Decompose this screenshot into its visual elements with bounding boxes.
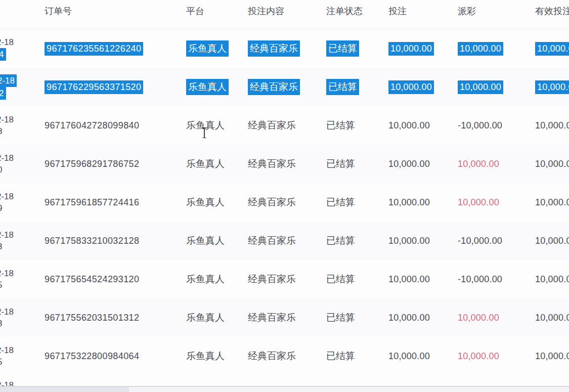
cell-datetime: 2-188 xyxy=(0,114,45,137)
column-header-order-no: 订单号 xyxy=(45,0,186,29)
time-text: 9 xyxy=(0,202,2,214)
bet-records-table: 订单号 平台 投注内容 注单状态 投注 派彩 有效投注 2-1849671762… xyxy=(0,0,569,392)
cell-payout-text: -10,000.00 xyxy=(458,120,502,130)
column-header-platform: 平台 xyxy=(186,0,248,29)
date-text: 2-18 xyxy=(0,74,17,87)
cell-bet-amount: 10,000.00 xyxy=(388,236,458,246)
cell-payout: 10,000.00 xyxy=(458,313,535,323)
cell-datetime: 2-185 xyxy=(0,344,45,368)
cell-valid-bet: 10,000.00 xyxy=(535,274,569,285)
cell-status: 已结算 xyxy=(326,196,388,209)
cell-order-no: 967175322800984064 xyxy=(45,351,186,362)
date-text: 2-18 xyxy=(0,114,14,125)
cell-payout: 10,000.00 xyxy=(458,197,535,208)
column-header-payout: 派彩 xyxy=(458,0,535,29)
cell-bet-amount: 10,000.00 xyxy=(388,197,458,208)
cell-bet-content: 经典百家乐 xyxy=(248,119,326,132)
cell-platform-text: 乐鱼真人 xyxy=(186,40,229,57)
cell-valid-bet-text: 10,000.00 xyxy=(535,274,569,284)
table-row[interactable]: 2-185967175654524293120乐鱼真人经典百家乐已结算10,00… xyxy=(0,260,569,298)
cell-order-no-text: 967175961857724416 xyxy=(45,197,139,207)
column-header-valid-bet: 有效投注 xyxy=(535,0,569,29)
cell-payout-text: 10,000.00 xyxy=(458,313,499,323)
cell-bet-amount: 10,000.00 xyxy=(388,120,458,131)
cell-datetime: 2-182 xyxy=(0,74,45,100)
table-row[interactable]: 2-188967176042728099840乐鱼真人经典百家乐已结算10,00… xyxy=(0,106,569,145)
cell-bet-content-text: 经典百家乐 xyxy=(248,351,296,361)
cell-valid-bet-text: 10,000.00 xyxy=(535,42,569,56)
scrollbar-thumb[interactable] xyxy=(0,387,129,392)
cell-order-no-text: 967175968291786752 xyxy=(45,159,139,169)
table-row[interactable]: 2-183967175562031501312乐鱼真人经典百家乐已结算10,00… xyxy=(0,298,569,337)
date-text: 2-18 xyxy=(0,268,14,279)
cell-datetime: 2-189 xyxy=(0,191,45,214)
cell-status: 已结算 xyxy=(326,234,388,247)
date-line: 2-18 xyxy=(0,152,45,164)
cell-platform-text: 乐鱼真人 xyxy=(186,235,225,246)
date-line: 2-18 xyxy=(0,229,45,241)
cell-platform: 乐鱼真人 xyxy=(186,196,248,209)
time-line: 3 xyxy=(0,241,45,252)
cell-bet-amount-text: 10,000.00 xyxy=(388,236,430,246)
cell-status-text: 已结算 xyxy=(326,312,355,323)
table-row[interactable]: 2-189967175961857724416乐鱼真人经典百家乐已结算10,00… xyxy=(0,183,569,222)
cell-bet-content: 经典百家乐 xyxy=(248,40,326,57)
cell-payout: 10,000.00 xyxy=(458,80,535,94)
table-row[interactable]: 2-183967175833210032128乐鱼真人经典百家乐已结算10,00… xyxy=(0,222,569,260)
cell-order-no-text: 967175833210032128 xyxy=(45,236,139,246)
cell-valid-bet: 10,000.00 xyxy=(535,313,569,323)
cell-order-no: 967175654524293120 xyxy=(45,274,186,285)
cell-status: 已结算 xyxy=(326,350,388,363)
cell-payout-text: 10,000.00 xyxy=(458,80,503,94)
table-row-partial[interactable]: 2-18 xyxy=(0,375,569,386)
cell-platform: 乐鱼真人 xyxy=(186,311,248,324)
time-line: 8 xyxy=(0,125,45,137)
cell-platform-text: 乐鱼真人 xyxy=(186,197,225,207)
cell-bet-content: 经典百家乐 xyxy=(248,273,326,286)
cell-bet-content: 经典百家乐 xyxy=(248,157,326,170)
cell-status: 已结算 xyxy=(326,157,388,170)
cell-bet-amount-text: 10,000.00 xyxy=(388,351,430,361)
cell-payout-text: 10,000.00 xyxy=(458,42,503,56)
table-row[interactable]: 2-185967175322800984064乐鱼真人经典百家乐已结算10,00… xyxy=(0,337,569,375)
cell-valid-bet-text: 10,000.00 xyxy=(535,351,569,361)
cell-bet-amount-text: 10,000.00 xyxy=(388,274,430,284)
cell-status: 已结算 xyxy=(326,311,388,324)
cell-bet-content: 经典百家乐 xyxy=(248,350,326,363)
cell-platform: 乐鱼真人 xyxy=(186,157,248,170)
cell-order-no: 967175968291786752 xyxy=(45,159,186,169)
date-text: 2-18 xyxy=(0,379,14,386)
cell-payout: -10,000.00 xyxy=(458,120,535,131)
cell-bet-content-text: 经典百家乐 xyxy=(248,235,296,246)
time-text: 5 xyxy=(0,356,2,368)
cell-order-no: 967176229563371520 xyxy=(45,80,186,94)
date-line: 2-18 xyxy=(0,344,45,356)
cell-valid-bet-text: 10,000.00 xyxy=(535,159,569,169)
cell-bet-content: 经典百家乐 xyxy=(248,311,326,324)
table-row[interactable]: 2-184967176235561226240乐鱼真人经典百家乐已结算10,00… xyxy=(0,29,569,68)
cell-bet-amount: 10,000.00 xyxy=(388,80,458,94)
table-row[interactable]: 2-182967176229563371520乐鱼真人经典百家乐已结算10,00… xyxy=(0,68,569,106)
cell-platform-text: 乐鱼真人 xyxy=(186,274,225,284)
date-line: 2-18 xyxy=(0,306,45,318)
cell-payout: -10,000.00 xyxy=(458,274,535,285)
cell-order-no: 967176235561226240 xyxy=(45,42,186,56)
cell-order-no-text: 967175562031501312 xyxy=(45,313,139,323)
cell-order-no-text: 967175322800984064 xyxy=(45,351,139,361)
cell-bet-content-text: 经典百家乐 xyxy=(248,274,296,284)
cell-valid-bet-text: 10,000.00 xyxy=(535,80,569,94)
time-line: 3 xyxy=(0,318,45,329)
cell-bet-amount: 10,000.00 xyxy=(388,159,458,169)
cell-order-no-text: 967176042728099840 xyxy=(45,120,139,130)
cell-platform: 乐鱼真人 xyxy=(186,119,248,132)
cell-valid-bet-text: 10,000.00 xyxy=(535,313,569,323)
cell-bet-content-text: 经典百家乐 xyxy=(248,40,300,57)
table-row[interactable]: 2-180967175968291786752乐鱼真人经典百家乐已结算10,00… xyxy=(0,145,569,183)
date-line: 2-18 xyxy=(0,268,45,279)
cell-valid-bet: 10,000.00 xyxy=(535,236,569,246)
time-line: 2 xyxy=(0,87,45,100)
cell-payout-text: 10,000.00 xyxy=(458,197,499,207)
cell-valid-bet: 10,000.00 xyxy=(535,42,569,56)
cell-bet-amount: 10,000.00 xyxy=(388,42,458,56)
horizontal-scrollbar[interactable] xyxy=(0,386,569,392)
